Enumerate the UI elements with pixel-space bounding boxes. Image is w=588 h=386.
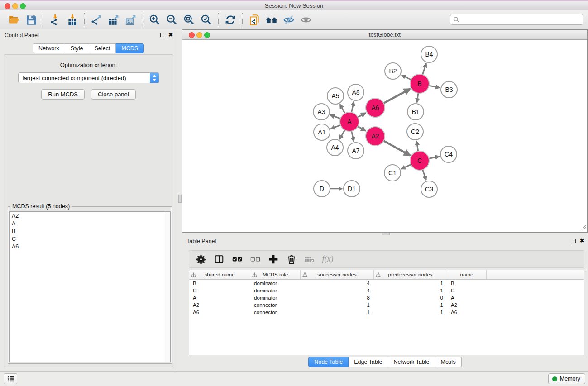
node-A1[interactable]: A1 xyxy=(314,124,330,140)
tab-network-table[interactable]: Network Table xyxy=(388,357,435,367)
hide-panel-eye-icon[interactable] xyxy=(280,12,297,28)
node-B2[interactable]: B2 xyxy=(385,63,401,79)
save-session-icon[interactable] xyxy=(23,12,40,28)
cell-successor-nodes[interactable]: 4 xyxy=(301,288,374,293)
cell-MCDS-role[interactable]: connector xyxy=(250,310,301,315)
cell-successor-nodes[interactable]: 8 xyxy=(301,295,374,300)
mcds-result-item[interactable]: A2 xyxy=(10,212,170,219)
cell-shared-name[interactable]: B xyxy=(189,281,250,286)
export-table-icon[interactable] xyxy=(105,12,122,28)
cell-MCDS-role[interactable]: connector xyxy=(250,302,301,308)
zoom-out-icon[interactable] xyxy=(163,12,181,28)
node-A8[interactable]: A8 xyxy=(348,84,364,100)
cell-MCDS-role[interactable]: dominator xyxy=(250,281,301,286)
tab-network[interactable]: Network xyxy=(33,43,65,53)
column-header-MCDS-role[interactable]: MCDS role xyxy=(250,270,301,279)
node-A6[interactable]: A6 xyxy=(366,98,385,117)
refresh-layout-icon[interactable] xyxy=(222,12,239,28)
tab-motifs[interactable]: Motifs xyxy=(435,357,461,367)
select-all-icon[interactable] xyxy=(230,253,244,266)
tab-style[interactable]: Style xyxy=(65,43,89,53)
cell-shared-name[interactable]: C xyxy=(189,288,250,293)
edge-C-C1[interactable] xyxy=(401,165,411,169)
vertical-splitter-handle[interactable] xyxy=(178,195,182,203)
edge-C-C4[interactable] xyxy=(429,156,440,158)
edge-A2-C[interactable] xyxy=(383,141,410,155)
edge-B-B2[interactable] xyxy=(402,75,411,80)
resize-grip-icon[interactable] xyxy=(581,224,587,232)
edge-C-C3[interactable] xyxy=(423,170,426,180)
search-field[interactable] xyxy=(450,14,583,25)
close-table-panel-icon[interactable]: ✖ xyxy=(580,238,584,243)
node-A7[interactable]: A7 xyxy=(348,143,364,159)
float-table-panel-icon[interactable] xyxy=(572,239,576,243)
edge-C-C2[interactable] xyxy=(416,141,418,152)
cell-predecessor-nodes[interactable]: 1 xyxy=(374,310,447,315)
zoom-in-icon[interactable] xyxy=(146,12,163,28)
cell-successor-nodes[interactable]: 1 xyxy=(301,310,374,315)
node-A4[interactable]: A4 xyxy=(327,139,343,156)
float-panel-icon[interactable] xyxy=(160,33,164,37)
edge-A-A3[interactable] xyxy=(330,115,340,119)
mcds-result-item[interactable]: A xyxy=(10,219,170,227)
deselect-all-icon[interactable] xyxy=(248,253,263,266)
node-A2[interactable]: A2 xyxy=(366,127,385,146)
column-header-predecessor-nodes[interactable]: predecessor nodes xyxy=(374,270,447,279)
node-A5[interactable]: A5 xyxy=(327,88,344,104)
home-neighbors-icon[interactable] xyxy=(263,12,280,28)
node-D[interactable]: D xyxy=(314,181,330,197)
cell-shared-name[interactable]: A xyxy=(189,295,250,300)
cell-name[interactable]: A2 xyxy=(447,302,487,308)
node-B[interactable]: B xyxy=(410,74,429,93)
node-C1[interactable]: C1 xyxy=(384,165,401,181)
table-row[interactable]: A2connector11A2 xyxy=(189,301,584,309)
cell-MCDS-role[interactable]: dominator xyxy=(250,295,301,300)
node-A[interactable]: A xyxy=(340,112,359,131)
clone-network-icon[interactable] xyxy=(246,12,263,28)
zoom-selected-icon[interactable] xyxy=(198,12,215,28)
node-B4[interactable]: B4 xyxy=(421,46,437,62)
add-column-icon[interactable] xyxy=(266,253,281,266)
import-table-icon[interactable] xyxy=(64,12,81,28)
edge-A-A1[interactable] xyxy=(331,125,341,129)
import-network-icon[interactable] xyxy=(47,12,64,28)
export-network-icon[interactable] xyxy=(88,12,105,28)
open-file-icon[interactable] xyxy=(5,12,23,28)
table-row[interactable]: Adominator80A xyxy=(189,294,584,301)
edge-A-A2[interactable] xyxy=(358,126,366,131)
edge-A-A5[interactable] xyxy=(340,104,345,113)
edge-A-A8[interactable] xyxy=(351,102,354,113)
cell-predecessor-nodes[interactable]: 1 xyxy=(374,281,447,286)
mcds-result-item[interactable]: A6 xyxy=(10,243,170,250)
list-scrollbar[interactable] xyxy=(165,212,170,362)
task-history-button[interactable] xyxy=(4,373,17,384)
node-C4[interactable]: C4 xyxy=(440,146,457,162)
cell-successor-nodes[interactable]: 4 xyxy=(301,281,374,286)
network-window-titlebar[interactable]: testGlobe.txt xyxy=(182,30,587,40)
cell-name[interactable]: C xyxy=(447,288,487,293)
node-C[interactable]: C xyxy=(410,151,429,170)
mcds-result-item[interactable]: B xyxy=(10,227,170,235)
node-D1[interactable]: D1 xyxy=(344,181,360,197)
mcds-result-list[interactable]: A2ABCA6 xyxy=(9,211,171,362)
close-panel-button[interactable]: Close panel xyxy=(91,89,136,100)
cell-name[interactable]: A xyxy=(447,295,487,300)
tab-select[interactable]: Select xyxy=(89,43,116,53)
export-image-icon[interactable] xyxy=(122,12,139,28)
edge-A-A6[interactable] xyxy=(358,113,365,117)
edge-B-B4[interactable] xyxy=(422,63,426,75)
cell-MCDS-role[interactable]: dominator xyxy=(250,288,301,293)
cell-predecessor-nodes[interactable]: 1 xyxy=(374,302,447,308)
criterion-dropdown[interactable]: largest connected component (directed) xyxy=(18,72,159,83)
close-panel-icon[interactable]: ✖ xyxy=(168,33,173,37)
edge-B-B1[interactable] xyxy=(417,93,418,102)
tab-edge-table[interactable]: Edge Table xyxy=(349,357,388,367)
node-table[interactable]: shared nameMCDS rolesuccessor nodesprede… xyxy=(189,270,584,355)
cell-name[interactable]: A6 xyxy=(447,310,487,315)
cell-shared-name[interactable]: A2 xyxy=(189,302,250,308)
table-row[interactable]: A6connector11A6 xyxy=(189,309,584,316)
column-header-successor-nodes[interactable]: successor nodes xyxy=(301,270,374,279)
zoom-fit-icon[interactable] xyxy=(181,12,198,28)
cell-successor-nodes[interactable]: 1 xyxy=(301,302,374,308)
run-mcds-button[interactable]: Run MCDS xyxy=(41,89,85,100)
